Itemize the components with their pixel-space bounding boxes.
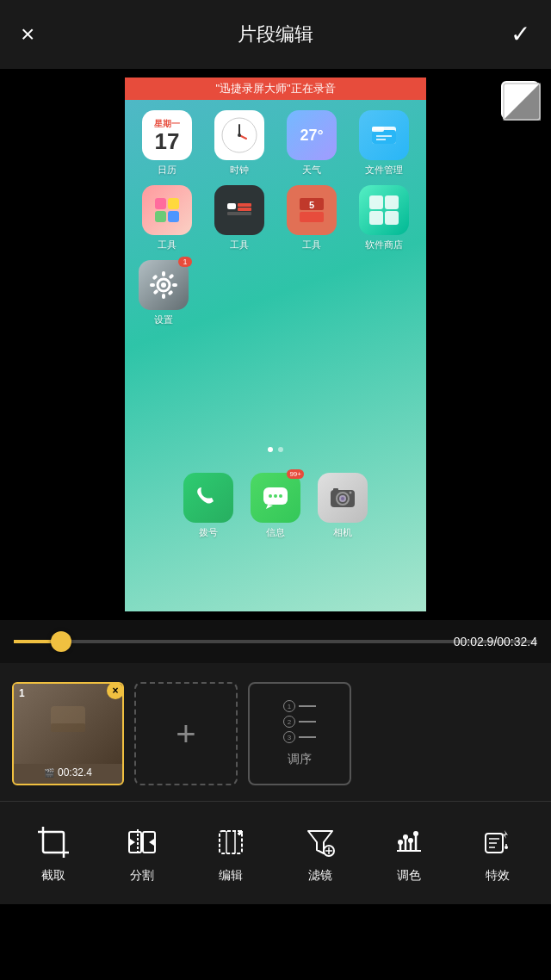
app-icon-tool2[interactable]: 工具 [207, 185, 271, 251]
time-display: 00:02.9/00:32.4 [454, 635, 537, 648]
files-icon-img [359, 110, 409, 160]
reorder-line-2 [299, 721, 316, 723]
svg-rect-32 [152, 288, 158, 295]
svg-rect-20 [369, 195, 383, 209]
svg-rect-10 [168, 198, 179, 209]
color-label: 调色 [397, 868, 421, 884]
svg-rect-30 [152, 274, 158, 280]
dock-phone-label: 拨号 [199, 526, 218, 539]
svg-rect-33 [168, 273, 174, 279]
app-grid-row1: 星期一 17 日历 时钟 [135, 110, 416, 177]
reorder-label: 调序 [288, 752, 312, 767]
tool1-label: 工具 [158, 239, 176, 251]
svg-text:5: 5 [309, 200, 314, 210]
close-button[interactable]: × [21, 22, 34, 47]
timeline-thumb[interactable] [51, 631, 71, 652]
svg-point-35 [269, 494, 272, 498]
dock-app-messages[interactable]: 99+ 信息 [251, 473, 300, 539]
overlay-icon-button[interactable] [501, 81, 539, 119]
svg-rect-6 [372, 127, 384, 132]
svg-point-41 [341, 497, 344, 500]
svg-rect-26 [162, 271, 165, 276]
clip-thumbnail[interactable]: 1 × 🎬 00:32.4 [12, 682, 124, 785]
reorder-line-3 [299, 736, 316, 738]
svg-rect-12 [168, 211, 179, 222]
svg-point-75 [413, 831, 418, 836]
reorder-circle-2: 2 [283, 716, 295, 728]
clip-number: 1 [19, 687, 25, 699]
svg-rect-42 [333, 488, 338, 492]
app-icon-appstore[interactable]: 软件商店 [352, 185, 416, 251]
timeline-area[interactable]: 00:02.9/00:32.4 [0, 620, 551, 663]
phone-screen: "迅捷录屏大师"正在录音 星期一 17 日历 [125, 78, 426, 611]
svg-marker-57 [130, 839, 135, 846]
svg-rect-16 [227, 212, 251, 215]
app-row-settings: 1 设置 [135, 260, 416, 326]
app-icon-clock[interactable]: 时钟 [207, 110, 271, 177]
tool3-label: 工具 [302, 239, 321, 251]
dock-messages-label: 信息 [266, 526, 285, 539]
messages-badge: 99+ [287, 469, 304, 479]
edit-label: 编辑 [219, 868, 243, 884]
svg-point-37 [279, 494, 282, 498]
toolbar-item-edit[interactable]: 编辑 [187, 823, 276, 884]
confirm-button[interactable]: ✓ [511, 22, 530, 47]
appstore-icon-img [359, 185, 409, 235]
clock-label: 时钟 [230, 164, 249, 177]
svg-rect-27 [162, 294, 165, 299]
svg-rect-9 [155, 198, 166, 209]
reorder-line-1 [299, 705, 316, 707]
app-icon-tool1[interactable]: 工具 [135, 185, 199, 251]
svg-point-43 [350, 492, 352, 494]
header: × 片段编辑 ✓ [0, 0, 551, 69]
color-icon [390, 823, 428, 861]
app-icon-calendar[interactable]: 星期一 17 日历 [135, 110, 199, 177]
settings-label: 设置 [154, 313, 173, 326]
app-icon-weather[interactable]: 27° 天气 [280, 110, 344, 177]
page-title: 片段编辑 [238, 22, 313, 47]
reorder-row-1: 1 [283, 700, 316, 712]
calendar-icon-img: 星期一 17 [142, 110, 192, 160]
svg-rect-14 [238, 203, 251, 207]
clip-area: 1 × 🎬 00:32.4 + 1 2 3 调序 [0, 663, 551, 801]
messages-icon-img: 99+ [251, 473, 300, 523]
toolbar-item-effects[interactable]: 特效 [454, 823, 542, 884]
svg-marker-58 [149, 839, 154, 846]
add-clip-button[interactable]: + [134, 682, 238, 785]
clip-thumb-inner [14, 684, 122, 764]
app-icon-files[interactable]: 文件管理 [352, 110, 416, 177]
svg-rect-22 [369, 211, 383, 225]
settings-icon-img: 1 [139, 260, 189, 310]
dot-2 [278, 447, 283, 452]
clip-duration-bar: 🎬 00:32.4 [14, 766, 122, 778]
clip-close-button[interactable]: × [107, 682, 124, 699]
toolbar-item-crop[interactable]: 截取 [9, 823, 97, 884]
app-icon-tool3[interactable]: 5 工具 [280, 185, 344, 251]
dot-1 [268, 447, 273, 452]
toolbar-item-color[interactable]: 调色 [364, 823, 453, 884]
tool3-icon-img: 5 [287, 185, 337, 235]
toolbar-item-filter[interactable]: 滤镜 [276, 823, 364, 884]
svg-rect-13 [227, 203, 236, 209]
reorder-row-2: 2 [283, 716, 316, 728]
app-icon-settings[interactable]: 1 设置 [139, 260, 189, 326]
phone-icon-img [183, 473, 233, 523]
add-icon: + [176, 715, 195, 754]
weather-icon-img: 27° [287, 110, 337, 160]
home-screen: 星期一 17 日历 时钟 [125, 100, 426, 611]
page-dots [135, 447, 416, 452]
home-empty [135, 378, 416, 447]
svg-point-72 [398, 840, 403, 845]
svg-rect-11 [155, 211, 166, 222]
reorder-circle-1: 1 [283, 700, 295, 712]
svg-rect-31 [167, 289, 173, 295]
tool1-icon-img [142, 185, 192, 235]
toolbar-item-split[interactable]: 分割 [97, 823, 186, 884]
dock-app-camera[interactable]: 相机 [318, 473, 368, 539]
reorder-button[interactable]: 1 2 3 调序 [248, 682, 351, 785]
effects-icon [479, 823, 517, 861]
dock-app-phone[interactable]: 拨号 [183, 473, 233, 539]
svg-rect-5 [372, 130, 396, 144]
effects-label: 特效 [486, 868, 510, 884]
calendar-day: 17 [155, 130, 180, 152]
